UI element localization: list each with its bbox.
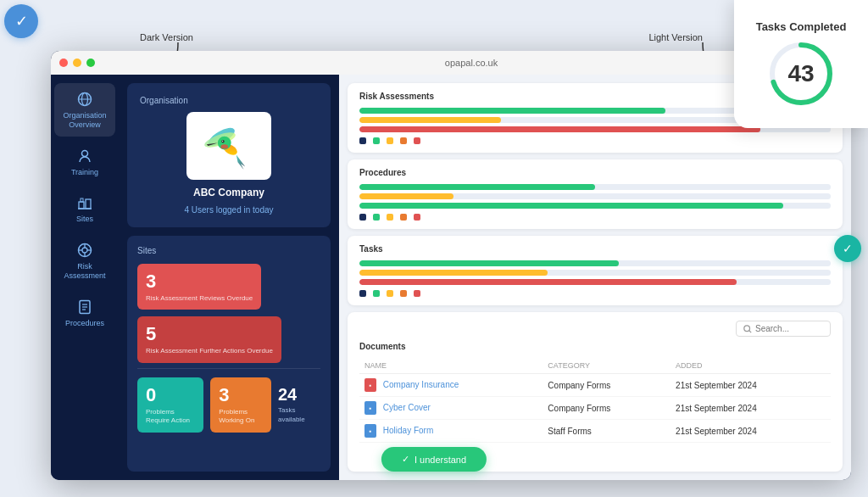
proc-legend-item-2 xyxy=(373,214,380,221)
sidebar-label-training: Training xyxy=(71,168,98,177)
search-box[interactable] xyxy=(736,321,831,337)
sidebar-item-procedures[interactable]: Procedures xyxy=(54,291,115,335)
proc-legend-dot-5 xyxy=(414,214,420,221)
understand-label: I understand xyxy=(415,455,466,465)
doc-added-cell: 21st September 2024 xyxy=(670,420,831,443)
search-input[interactable] xyxy=(755,324,823,333)
stat-label-problems-working: Problems Working On xyxy=(219,408,263,426)
proc-legend-dot-3 xyxy=(387,214,393,221)
sidebar-label-sites: Sites xyxy=(76,215,93,224)
proc-legend-dot-2 xyxy=(373,214,380,221)
sidebar-item-sites[interactable]: Sites xyxy=(54,187,115,231)
browser-url: opapal.co.uk xyxy=(100,58,843,68)
check-icon: ✓ xyxy=(15,12,28,31)
tasks-legend-dot-5 xyxy=(414,290,420,297)
understand-button[interactable]: ✓ I understand xyxy=(381,447,487,472)
legend-item-2 xyxy=(373,137,380,144)
left-panel: Organisation xyxy=(119,75,339,480)
procedures-bars xyxy=(359,184,831,209)
sites-card: Sites 3 Risk Assessment Reviews Overdue … xyxy=(127,236,331,472)
procedures-icon xyxy=(75,298,94,316)
doc-name-cell: ▪ Cyber Cover xyxy=(359,397,542,420)
sites-icon xyxy=(75,193,94,212)
dark-version-label: Dark Version xyxy=(140,32,193,42)
stat-number-reviews: 3 xyxy=(146,271,253,293)
bar-fill-1 xyxy=(359,108,665,114)
sidebar-item-risk[interactable]: Risk Assessment xyxy=(54,234,115,288)
proc-legend-item-1 xyxy=(359,214,366,221)
col-header-name: NAME xyxy=(359,358,542,374)
org-sub: 4 Users logged in today xyxy=(184,205,273,215)
sites-bottom: 0 Problems Require Action 3 Problems Wor… xyxy=(137,377,320,433)
proc-legend-item-4 xyxy=(400,214,407,221)
sidebar-item-training[interactable]: Training xyxy=(54,140,115,184)
task-bar-fill-1 xyxy=(359,260,619,266)
stat-badge-problems-working: 3 Problems Working On xyxy=(210,377,271,433)
doc-link[interactable]: Company Insurance xyxy=(383,380,459,389)
documents-table: NAME CATEGORY ADDED ▪ Company Insurance … xyxy=(359,358,831,443)
tasks-completed-title: Tasks Completed xyxy=(756,20,847,33)
legend-dot-3 xyxy=(387,137,393,144)
legend-dot-2 xyxy=(373,137,380,144)
search-icon xyxy=(743,325,752,333)
svg-point-11 xyxy=(82,248,87,253)
sites-title: Sites xyxy=(137,246,320,255)
browser-toolbar: opapal.co.uk xyxy=(51,51,851,75)
svg-point-5 xyxy=(82,150,88,156)
proc-legend-dot-1 xyxy=(359,214,366,221)
stat-label-problems-action: Problems Require Action xyxy=(146,408,195,426)
risk-icon xyxy=(75,241,94,260)
browser-mockup: opapal.co.uk Organisation Overview xyxy=(51,51,851,480)
proc-legend-item-5 xyxy=(414,214,420,221)
col-header-category: CATEGORY xyxy=(542,358,670,374)
legend-item-3 xyxy=(387,137,393,144)
legend-item-5 xyxy=(414,137,420,144)
legend-dot-1 xyxy=(359,137,366,144)
tasks-legend-dot-2 xyxy=(373,290,380,297)
doc-link[interactable]: Holiday Form xyxy=(383,426,433,435)
risk-legend xyxy=(359,137,831,144)
teal-action-icon: ✓ xyxy=(843,242,853,255)
legend-dot-4 xyxy=(400,137,407,144)
stat-label-further: Risk Assessment Further Actions Overdue xyxy=(146,347,273,355)
task-bar-fill-2 xyxy=(359,270,548,276)
svg-point-24 xyxy=(221,140,225,143)
legend-item-4 xyxy=(400,137,407,144)
doc-icon: ▪ xyxy=(364,424,376,438)
procedures-widget: Procedures xyxy=(348,159,843,229)
sidebar-item-organisation[interactable]: Organisation Overview xyxy=(54,83,115,137)
doc-category-cell: Staff Forms xyxy=(542,420,670,443)
stat-number-further: 5 xyxy=(146,323,273,345)
doc-link[interactable]: Cyber Cover xyxy=(383,403,431,412)
stat-badge-problems-action: 0 Problems Require Action xyxy=(137,377,203,433)
stat-number-tasks: 24 xyxy=(278,385,320,405)
browser-dot-green xyxy=(86,59,95,67)
proc-bar-row-2 xyxy=(359,193,831,199)
sidebar-label-risk: Risk Assessment xyxy=(58,262,111,281)
tasks-legend xyxy=(359,290,831,297)
browser-dot-red xyxy=(59,59,68,67)
tasks-legend-item-4 xyxy=(400,290,407,297)
tasks-legend-dot-4 xyxy=(400,290,407,297)
proc-bar-row-3 xyxy=(359,203,831,209)
doc-category-cell: Company Forms xyxy=(542,397,670,420)
doc-category-cell: Company Forms xyxy=(542,374,670,397)
teal-action-button[interactable]: ✓ xyxy=(834,235,861,262)
proc-bar-container-1 xyxy=(359,184,831,190)
stat-badge-further-actions: 5 Risk Assessment Further Actions Overdu… xyxy=(137,316,281,362)
bar-fill-2 xyxy=(359,117,501,123)
procedures-title: Procedures xyxy=(359,168,831,177)
stat-badge-reviews-overdue: 3 Risk Assessment Reviews Overdue xyxy=(137,264,261,310)
documents-title: Documents xyxy=(359,342,831,351)
svg-rect-6 xyxy=(79,202,84,209)
task-bar-row-2 xyxy=(359,270,831,276)
right-panel: Risk Assessments xyxy=(339,75,851,480)
browser-dot-yellow xyxy=(73,59,81,67)
bar-fill-3 xyxy=(359,126,760,132)
doc-icon: ▪ xyxy=(364,401,376,415)
svg-point-25 xyxy=(222,141,223,142)
proc-legend-item-3 xyxy=(387,214,393,221)
check-overlay-badge: ✓ xyxy=(4,4,38,38)
stat-number-problems-action: 0 xyxy=(146,384,195,406)
svg-point-27 xyxy=(744,325,750,331)
